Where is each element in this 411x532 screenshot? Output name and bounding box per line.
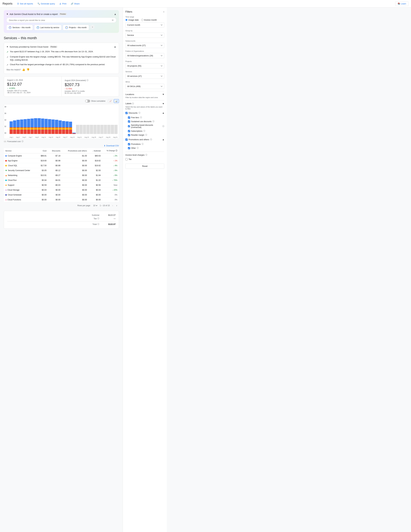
chip-projects-month[interactable]: Projects – this month	[63, 25, 89, 30]
group-by-select[interactable]: Service	[125, 33, 164, 38]
download-csv-button[interactable]: ⬇ Download CSV	[104, 145, 119, 147]
learn-button[interactable]: 📚 Learn	[395, 1, 409, 6]
gemini-bar-title: ✦ Ask Gemini Cloud Assist to find or cre…	[6, 13, 67, 16]
total-value: $122.07	[103, 223, 116, 225]
subscriptions-checkbox[interactable]	[128, 130, 130, 132]
table-row: Networking $10.91 -$9.27 $0.00 $1.64 ↓ 6…	[4, 173, 119, 178]
next-page-button[interactable]: ›	[116, 204, 118, 207]
feedback-row: Was this helpful? 👍 👎	[6, 68, 116, 71]
forecast-info-icon[interactable]: ⓘ	[86, 79, 88, 82]
usage-date-radio-label[interactable]: Usage date	[125, 19, 139, 21]
gemini-search-input[interactable]	[9, 19, 112, 21]
spending-based-info-icon[interactable]: ⓘ	[162, 125, 164, 128]
chip-last-invoice[interactable]: Last invoice by service	[34, 25, 62, 30]
free-tiers-info-icon[interactable]: ⓘ	[140, 116, 142, 119]
chart-bar-group	[93, 106, 97, 134]
rows-per-page-label: Rows per page:	[77, 204, 91, 207]
discounts-checkbox[interactable]	[125, 112, 128, 114]
skus-label: SKUs	[125, 81, 164, 83]
labels-desc: Select the key and values of the labels …	[125, 106, 164, 110]
generate-query-button[interactable]: 🔍 Generate query	[36, 1, 56, 6]
print-button[interactable]: 🖨 Print	[58, 1, 68, 6]
cell-discounts: -$4.91	[48, 178, 62, 183]
sustained-use-info-icon[interactable]: ⓘ	[152, 120, 154, 123]
chart-bar-segment	[41, 119, 44, 127]
usage-date-radio[interactable]	[125, 19, 127, 21]
invoice-charges-title: Invoice level charges ⓘ	[125, 154, 164, 156]
free-tiers-checkbox[interactable]	[128, 116, 130, 119]
invoice-month-radio[interactable]	[141, 19, 143, 21]
chart-bar-group	[90, 106, 93, 134]
promotions-header[interactable]: Promotions and others ⓘ ▲	[125, 138, 164, 141]
labels-header[interactable]: Labels ⓘ ▼	[125, 102, 164, 105]
other-checkbox[interactable]	[128, 147, 130, 149]
cumulative-toggle[interactable]: Show cumulative	[85, 100, 105, 103]
promotions-checkbox[interactable]	[128, 143, 130, 145]
sustained-use-checkbox[interactable]	[128, 120, 130, 123]
cell-discounts: -$9.27	[48, 173, 62, 178]
promotions-info-icon[interactable]: ⓘ	[150, 138, 152, 141]
bar-chart-button[interactable]: 📊	[114, 99, 119, 103]
forecasted-info-icon[interactable]: ⓘ	[22, 140, 23, 143]
folders-select[interactable]: All folders/organizations (28)	[125, 53, 164, 58]
cell-change: ↓ 6%	[102, 173, 119, 178]
spending-based-checkbox[interactable]	[128, 125, 130, 127]
filter-locations: Locations ▼ Filter by location data like…	[125, 91, 164, 98]
thumbs-up-button[interactable]: 👍	[22, 68, 25, 71]
reset-button[interactable]: Reset	[125, 163, 164, 169]
chip-services-month[interactable]: Services – this month	[6, 25, 33, 30]
reseller-margin-checkbox[interactable]	[128, 134, 130, 136]
tax-value: —	[103, 217, 116, 220]
credits-header[interactable]: Discounts ⓘ ▲	[125, 112, 164, 114]
gemini-input-row: ✏	[6, 18, 116, 23]
other-info-icon[interactable]: ⓘ	[137, 147, 139, 149]
x-label-aug9: Aug 9	[35, 136, 39, 138]
chart-bar-segment	[69, 128, 72, 130]
content-area: ✦ Ask Gemini Cloud Assist to find or cre…	[0, 8, 123, 532]
totals-footer: Subtotal $122.07 Tax ⓘ — Total ⓘ $122.07	[4, 211, 119, 229]
locations-header[interactable]: Locations ▼	[125, 93, 164, 95]
summary-collapse-button[interactable]: ▲	[114, 45, 116, 48]
filter-invoice-charges: Invoice level charges ⓘ Tax	[125, 152, 164, 161]
gemini-collapse-button[interactable]: ▲	[114, 13, 116, 16]
invoice-charges-info-icon[interactable]: ⓘ	[145, 154, 147, 156]
reseller-margin-info-icon[interactable]: ⓘ	[145, 134, 147, 136]
chart-bar-segment	[86, 125, 90, 134]
tax-checkbox[interactable]	[125, 158, 128, 160]
promotions-others-checkbox[interactable]	[125, 139, 128, 141]
subaccounts-label: Subaccounts	[125, 40, 164, 42]
sidebar-collapse-button[interactable]: ›	[163, 10, 164, 13]
subscriptions-info-icon[interactable]: ⓘ	[143, 130, 145, 132]
prev-page-button[interactable]: ‹	[112, 204, 114, 207]
chart-bar-segment	[17, 130, 20, 134]
chart-bar-segment	[72, 133, 75, 134]
see-all-reports-button[interactable]: ☰ See all reports	[16, 1, 35, 6]
current-month-select[interactable]: Current month	[125, 22, 164, 28]
chip-next-button[interactable]: ›	[90, 25, 95, 29]
total-info-icon[interactable]: ⓘ	[97, 223, 99, 226]
projects-select[interactable]: All projects (55)	[125, 63, 164, 68]
invoice-month-radio-label[interactable]: Invoice month	[141, 19, 157, 21]
cell-change: 0%	[102, 197, 119, 202]
services-select[interactable]: All services (47)	[125, 74, 164, 79]
share-button[interactable]: 🔗 Share	[69, 1, 81, 6]
discounts-info-icon[interactable]: ⓘ	[139, 112, 140, 114]
sidebar-filters: Filters › Time range Usage date Invoice …	[123, 8, 167, 532]
tax-info-icon[interactable]: ⓘ	[97, 217, 99, 220]
labels-info-icon[interactable]: ⓘ	[132, 103, 134, 105]
subaccounts-select[interactable]: All subaccounts (27)	[125, 43, 164, 48]
toggle-switch[interactable]	[85, 100, 90, 103]
change-info-icon[interactable]: ⓘ	[115, 150, 117, 152]
thumbs-down-button[interactable]: 👎	[27, 68, 29, 71]
metric-forecast-change-icon: ↑	[65, 87, 66, 90]
skus-select[interactable]: All SKUs (408)	[125, 84, 164, 89]
chart-bar-segment	[62, 130, 65, 134]
reseller-margin-item: Reseller margin ⓘ	[125, 133, 164, 137]
chart-bar-segment	[45, 130, 48, 134]
y-label-2: $2	[5, 126, 6, 127]
line-chart-button[interactable]: 📈	[108, 99, 113, 103]
chart-bar-segment	[93, 125, 97, 134]
per-page-select[interactable]: 10 25 50	[93, 204, 98, 207]
promotions-detail-info-icon[interactable]: ⓘ	[142, 143, 143, 145]
cell-subtotal: $18.62	[89, 158, 102, 163]
